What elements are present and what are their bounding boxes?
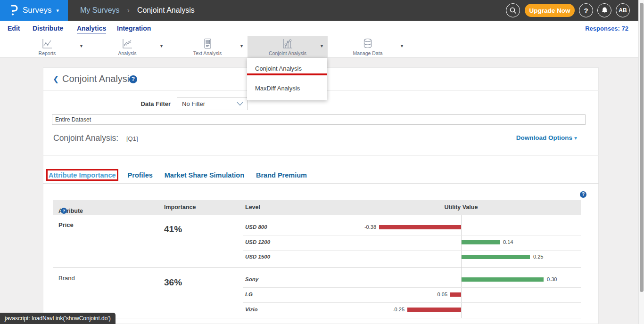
download-options-button[interactable]: Download Options▾	[516, 134, 577, 141]
level-label: USD 1200	[245, 239, 270, 245]
chevron-down-icon: ▾	[240, 43, 243, 49]
avatar[interactable]: AB	[616, 3, 630, 17]
toolbar-item-conjoint-analysis[interactable]: Conjoint Analysis ▾	[248, 36, 328, 57]
utility-bar	[462, 277, 544, 282]
utility-chart: Price 41% Brand 36% USD 800 -0.38 USD 12…	[53, 215, 581, 318]
level-label: Vizio	[245, 307, 257, 312]
attribute-help-icon[interactable]: ?	[61, 208, 67, 214]
row-separator	[243, 250, 581, 251]
notifications-button[interactable]	[597, 3, 611, 17]
level-row: USD 1500 0.25	[53, 250, 581, 265]
section-title: Conjoint Analysis:	[53, 133, 118, 143]
chevron-down-icon: ▾	[574, 135, 577, 141]
toolbar-item-text-analysis[interactable]: Text Analysis ▾	[167, 36, 248, 57]
scrollbar-thumb[interactable]	[640, 3, 644, 292]
toolbar-item-label: Manage Data	[328, 50, 408, 56]
toolbar-item-label: Conjoint Analysis	[248, 50, 328, 56]
page-help-icon[interactable]: ?	[129, 75, 137, 83]
utility-value: -0.38	[348, 224, 376, 230]
upgrade-now-button[interactable]: Upgrade Now	[525, 4, 575, 17]
toolbar-item-reports[interactable]: Reports ▾	[7, 36, 87, 57]
search-button[interactable]	[506, 3, 520, 17]
level-label: USD 800	[245, 224, 267, 230]
tab-market-share-simulation[interactable]: Market Share Simulation	[165, 171, 244, 179]
nav-item-edit[interactable]: Edit	[8, 24, 20, 32]
tab-attribute-importance[interactable]: Attribute Importance	[49, 171, 116, 179]
row-separator	[243, 235, 581, 235]
help-icon: ?	[584, 7, 588, 15]
row-separator	[243, 287, 581, 288]
utility-value: 0.25	[533, 254, 543, 259]
chevron-down-icon: ▾	[321, 43, 323, 49]
row-separator	[243, 302, 581, 303]
analysis-chart-icon	[121, 38, 133, 50]
app-window: Surveys ▾ My Surveys › Conjoint Analysis…	[0, 0, 644, 324]
utility-value: 0.30	[547, 276, 557, 282]
data-filter-value: No Filter	[182, 100, 237, 107]
section-question-code: [Q1]	[126, 135, 138, 142]
annotation-underline	[247, 73, 327, 75]
column-header-level: Level	[245, 204, 260, 211]
product-switcher[interactable]: Surveys ▾	[0, 0, 68, 21]
survey-nav: Edit Distribute Analytics Integration Re…	[0, 21, 644, 36]
utility-value: -0.25	[376, 307, 405, 312]
data-filter-label: Data Filter	[108, 100, 171, 107]
download-options-label: Download Options	[516, 134, 572, 141]
utility-bar	[379, 225, 461, 229]
bell-icon	[601, 7, 608, 14]
chevron-down-icon: ▾	[56, 8, 59, 14]
nav-item-distribute[interactable]: Distribute	[33, 24, 63, 32]
dataset-field[interactable]	[52, 114, 586, 125]
result-tabs: Attribute Importance Profiles Market Sha…	[49, 171, 307, 179]
menu-item-conjoint-analysis[interactable]: Conjoint Analysis	[247, 61, 327, 77]
toolbar-item-label: Text Analysis	[167, 50, 248, 56]
nav-item-analytics[interactable]: Analytics	[77, 24, 106, 33]
tab-profiles[interactable]: Profiles	[128, 171, 153, 179]
utility-bar	[462, 255, 530, 259]
tabs-divider	[43, 183, 599, 184]
menu-item-label: MaxDiff Analysis	[255, 85, 300, 92]
table-bottom-border	[53, 318, 581, 318]
nav-item-integration[interactable]: Integration	[117, 24, 151, 32]
menu-item-label: Conjoint Analysis	[255, 65, 302, 72]
column-header-importance: Importance	[164, 204, 196, 211]
menu-item-maxdiff-analysis[interactable]: MaxDiff Analysis	[247, 81, 327, 97]
level-label: Sony	[245, 276, 258, 282]
table-help-icon[interactable]: ?	[580, 191, 586, 198]
utility-value: 0.14	[503, 239, 513, 245]
status-bar: javascript: loadNavLink('showConjoint.do…	[0, 313, 116, 324]
scrollbar-track[interactable]	[638, 0, 644, 324]
divider	[43, 155, 599, 156]
utility-bar	[462, 240, 500, 244]
page-title: Conjoint Analysis	[62, 73, 134, 84]
reports-chart-icon	[41, 38, 53, 50]
breadcrumb-separator: ›	[127, 6, 130, 15]
toolbar-item-manage-data[interactable]: Manage Data ▾	[328, 36, 408, 57]
tab-label: Attribute Importance	[49, 171, 116, 179]
conjoint-dropdown-menu: Conjoint Analysis MaxDiff Analysis	[247, 58, 327, 100]
breadcrumb-parent-link[interactable]: My Surveys	[80, 6, 120, 15]
chevron-down-icon: ▾	[401, 43, 403, 49]
database-icon	[362, 38, 374, 50]
chevron-down-icon	[237, 102, 243, 106]
chevron-down-icon: ▾	[80, 43, 83, 49]
level-row: Sony 0.30	[53, 272, 581, 287]
toolbar-item-analysis[interactable]: Analysis ▾	[87, 36, 167, 57]
product-label: Surveys	[23, 6, 51, 15]
responses-count: Responses: 72	[585, 25, 628, 32]
tab-brand-premium[interactable]: Brand Premium	[256, 171, 307, 179]
data-filter-select[interactable]: No Filter	[177, 97, 248, 110]
help-button[interactable]: ?	[579, 3, 593, 17]
level-label: LG	[245, 292, 253, 297]
utility-bar	[407, 308, 461, 312]
avatar-initials: AB	[619, 7, 627, 14]
back-button[interactable]: ❮	[53, 74, 59, 83]
column-header-utility-value: Utility Value	[445, 204, 478, 211]
level-row: LG -0.05	[53, 287, 581, 302]
utility-value: -0.05	[419, 292, 447, 297]
toolbar-item-label: Reports	[7, 50, 87, 56]
level-row: USD 800 -0.38	[53, 220, 581, 235]
group-separator	[53, 267, 581, 268]
level-row: USD 1200 0.14	[53, 235, 581, 250]
questionpro-logo-icon	[8, 4, 19, 16]
